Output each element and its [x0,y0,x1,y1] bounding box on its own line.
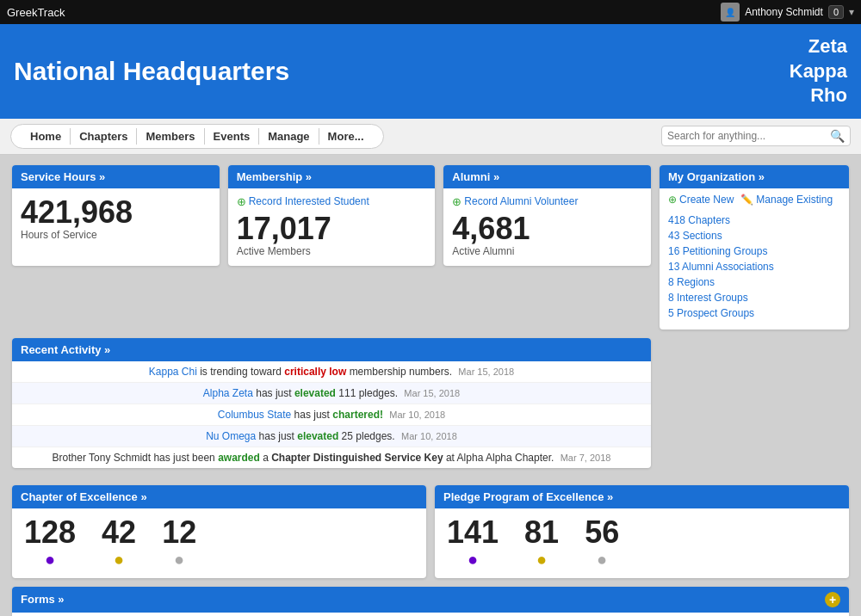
top-bar: GreekTrack 👤 Anthony Schmidt 0 ▾ [0,0,861,24]
search-box: 🔍 [661,126,851,146]
forms-add-button[interactable]: + [825,592,840,607]
sections-link[interactable]: 43 Sections [668,228,840,243]
header: National Headquarters ZetaKappaRho [0,24,861,119]
activity-main: Recent Activity » Kappa Chi is trending … [12,338,651,477]
alumni-label: Active Alumni [452,245,642,257]
membership-value: 17,017 [237,212,427,246]
alpha-zeta-link[interactable]: Alpha Zeta [203,387,253,399]
activity-item-3: Columbus State has just chartered! Mar 1… [12,404,651,426]
membership-card: Membership » ⊕ Record Interested Student… [228,165,436,267]
alumni-card: Alumni » ⊕ Record Alumni Volunteer 4,681… [443,165,651,267]
forms-card: Forms » + You have no forms required by … [12,587,849,616]
chapter-stat-3: 12 ● [162,517,196,570]
service-hours-value: 421,968 [21,195,211,230]
activity-item-2: Alpha Zeta has just elevated 111 pledges… [12,383,651,404]
nu-omega-link[interactable]: Nu Omega [206,430,256,442]
columbus-state-link[interactable]: Columbus State [218,409,291,421]
prospect-groups-link[interactable]: 5 Prospect Groups [668,305,840,321]
nav-more[interactable]: More... [319,128,373,145]
manage-existing-link[interactable]: ✏️ Manage Existing [740,194,833,206]
membership-label: Active Members [237,245,427,257]
chapter-stat-1: 128 ● [24,517,76,570]
chapter-excellence-card: Chapter of Excellence » 128 ● 42 ● 12 ● [12,485,426,578]
green-plus-icon: ⊕ [237,195,246,208]
activity-items: Kappa Chi is trending toward critically … [12,361,651,468]
main-nav: Home Chapters Members Events Manage More… [10,124,384,149]
forms-body: You have no forms required by your chapt… [12,613,849,616]
org-name: ZetaKappaRho [790,34,847,108]
alumni-value: 4,681 [452,212,642,246]
record-alumni-link[interactable]: ⊕ Record Alumni Volunteer [452,195,642,208]
chapter-stat-2: 42 ● [102,517,136,570]
service-hours-header: Service Hours » [12,165,220,188]
create-icon: ⊕ [668,194,677,206]
record-interested-link[interactable]: ⊕ Record Interested Student [237,195,427,208]
my-org-card: My Organization » ⊕ Create New ✏️ Manage… [660,165,849,330]
my-org-header: My Organization » [660,165,849,188]
pledge-excellence-card: Pledge Program of Excellence » 141 ● 81 … [435,485,849,578]
excellence-row: Chapter of Excellence » 128 ● 42 ● 12 ● … [12,485,849,578]
service-hours-label: Hours of Service [21,229,211,241]
nav-home[interactable]: Home [22,128,71,145]
activity-item-4: Nu Omega has just elevated 25 pledges. M… [12,426,651,447]
main-content: Service Hours » 421,968 Hours of Service… [0,155,861,616]
my-org-body: ⊕ Create New ✏️ Manage Existing 418 Chap… [660,188,849,330]
user-avatar: 👤 [721,3,740,22]
service-hours-body: 421,968 Hours of Service [12,188,220,250]
pledge-stat-2: 81 ● [524,517,559,570]
org-links: 418 Chapters 43 Sections 16 Petitioning … [668,213,840,321]
app-name: GreekTrack [7,6,65,19]
regions-link[interactable]: 8 Regions [668,274,840,290]
alumni-header: Alumni » [443,165,651,188]
activity-row: Recent Activity » Kappa Chi is trending … [12,338,849,477]
pledge-stat-3: 56 ● [585,517,619,570]
nav-manage[interactable]: Manage [259,128,319,145]
create-new-link[interactable]: ⊕ Create New [668,194,734,206]
interest-groups-link[interactable]: 8 Interest Groups [668,290,840,305]
stat-cards-area: Service Hours » 421,968 Hours of Service… [12,165,651,330]
activity-item-1: Kappa Chi is trending toward critically … [12,361,651,383]
chapters-link[interactable]: 418 Chapters [668,213,840,228]
alumni-assoc-link[interactable]: 13 Alumni Associations [668,259,840,274]
pledge-excellence-header: Pledge Program of Excellence » [435,485,849,508]
org-title: National Headquarters [14,57,289,86]
user-name: Anthony Schmidt [745,6,823,18]
forms-header: Forms » + [12,587,849,613]
green-plus-icon-2: ⊕ [452,195,461,208]
chapter-excellence-body: 128 ● 42 ● 12 ● [12,508,426,578]
service-hours-card: Service Hours » 421,968 Hours of Service [12,165,220,267]
pencil-icon: ✏️ [740,194,753,206]
activity-item-5: Brother Tony Schmidt has just been award… [12,447,651,468]
dropdown-arrow[interactable]: ▾ [849,6,854,18]
stat-cards: Service Hours » 421,968 Hours of Service… [12,165,651,267]
recent-activity-header: Recent Activity » [12,338,651,361]
nav-members[interactable]: Members [137,128,204,145]
alumni-body: ⊕ Record Alumni Volunteer 4,681 Active A… [443,188,651,267]
activity-side-spacer [660,338,849,477]
pledge-excellence-body: 141 ● 81 ● 56 ● [435,508,849,578]
nav-bar: Home Chapters Members Events Manage More… [0,119,861,155]
recent-activity-card: Recent Activity » Kappa Chi is trending … [12,338,651,468]
membership-header: Membership » [228,165,436,188]
petitioning-link[interactable]: 16 Petitioning Groups [668,243,840,259]
search-input[interactable] [667,130,830,142]
notif-badge[interactable]: 0 [828,5,844,19]
nav-events[interactable]: Events [205,128,260,145]
top-stats-row: Service Hours » 421,968 Hours of Service… [12,165,849,330]
my-org-actions: ⊕ Create New ✏️ Manage Existing [668,194,840,206]
kappa-chi-link[interactable]: Kappa Chi [149,366,197,378]
user-area: 👤 Anthony Schmidt 0 ▾ [721,3,854,22]
search-icon: 🔍 [830,129,845,143]
membership-body: ⊕ Record Interested Student 17,017 Activ… [228,188,436,267]
nav-chapters[interactable]: Chapters [71,128,137,145]
pledge-stat-1: 141 ● [447,517,499,570]
chapter-excellence-header: Chapter of Excellence » [12,485,426,508]
